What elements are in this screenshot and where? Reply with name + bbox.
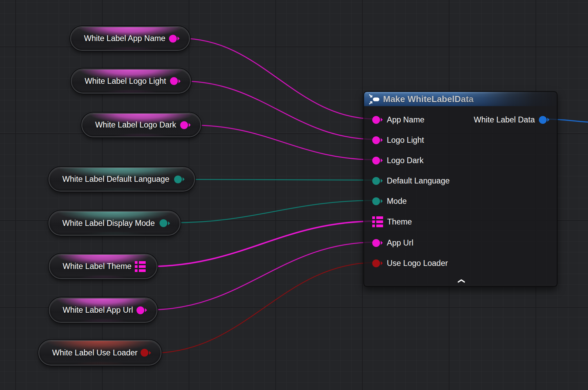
variable-node-label: White Label Logo Light [85, 77, 166, 86]
pin-arrow-shape [547, 118, 549, 122]
map-icon-cell [135, 269, 138, 272]
output-pin-string[interactable] [180, 121, 191, 129]
pin-label: Logo Light [387, 136, 424, 145]
map-icon-cell [135, 261, 138, 264]
pin-label: Mode [387, 197, 407, 206]
output-pin-string[interactable] [169, 35, 180, 42]
input-row-theme: Theme [372, 216, 412, 228]
variable-node-white-label-logo-light[interactable]: White Label Logo Light [71, 69, 191, 94]
input-pin-string[interactable] [372, 239, 383, 247]
output-pin-string[interactable] [136, 306, 147, 314]
collapse-chevron-icon[interactable] [457, 279, 465, 283]
pin-arrow-shape [381, 138, 383, 142]
pin-circle-shape [372, 116, 380, 124]
variable-node-white-label-app-name[interactable]: White Label App Name [70, 26, 190, 51]
pin-circle-shape [141, 349, 148, 357]
pin-label: Logo Dark [387, 156, 423, 165]
pin-circle-shape [372, 136, 380, 144]
map-icon-cell [139, 261, 146, 264]
variable-node-white-label-logo-dark[interactable]: White Label Logo Dark [81, 113, 201, 137]
map-icon-cell [376, 225, 383, 227]
map-icon-cell [139, 265, 146, 268]
make-whitelabeldata-node[interactable]: Make WhiteLabelData App NameLogo LightLo… [363, 91, 558, 287]
pin-arrow-shape [177, 37, 180, 41]
input-pin-enum[interactable] [372, 197, 383, 205]
wire [182, 81, 376, 139]
pin-arrow-shape [381, 241, 383, 245]
wire [171, 200, 376, 223]
map-icon-cell [139, 269, 146, 272]
make-node-title: Make WhiteLabelData [383, 94, 474, 104]
input-row-default-language: Default Language [372, 175, 450, 187]
blueprint-graph-canvas[interactable]: Make WhiteLabelData App NameLogo LightLo… [0, 0, 588, 390]
wire [147, 221, 377, 267]
pin-arrow-shape [145, 308, 147, 312]
variable-node-label: White Label Display Mode [62, 219, 155, 228]
pin-arrow-shape [189, 123, 191, 127]
variable-node-label: White Label App Name [84, 34, 165, 43]
pin-arrow-shape [381, 179, 383, 183]
pin-label: White Label Data [474, 115, 535, 124]
pin-arrow-shape [381, 261, 383, 265]
input-pin-string[interactable] [372, 116, 383, 124]
pin-arrow-shape [149, 351, 151, 355]
make-node-header[interactable]: Make WhiteLabelData [364, 92, 557, 106]
map-pin-icon[interactable] [135, 261, 146, 272]
pin-arrow-shape [178, 79, 181, 83]
input-row-logo-light: Logo Light [372, 134, 424, 146]
output-pin-string[interactable] [170, 77, 181, 85]
pin-label: App Url [387, 238, 413, 248]
input-row-app-name: App Name [372, 114, 424, 125]
variable-node-label: White Label Logo Dark [95, 120, 176, 130]
map-icon-cell [376, 216, 383, 219]
input-pin-string[interactable] [372, 136, 383, 144]
variable-node-white-label-app-url[interactable]: White Label App Url [49, 297, 158, 323]
variable-node-label: White Label Use Loader [52, 348, 138, 357]
pin-label: Use Logo Loader [387, 259, 448, 268]
input-row-app-url: App Url [372, 237, 413, 249]
output-pin-enum[interactable] [160, 219, 170, 227]
pin-arrow-shape [183, 177, 185, 181]
variable-node-white-label-use-loader[interactable]: White Label Use Loader [38, 340, 162, 366]
pin-label: App Name [387, 115, 424, 124]
input-row-logo-dark: Logo Dark [372, 155, 423, 166]
pin-label: Default Language [387, 176, 450, 186]
pin-circle-shape [160, 219, 167, 227]
map-pin-icon[interactable] [372, 216, 383, 227]
pin-arrow-shape [381, 199, 383, 203]
map-icon-cell [372, 225, 375, 227]
pin-circle-shape [170, 77, 178, 85]
pin-circle-shape [174, 175, 182, 183]
variable-node-label: White Label App Url [63, 306, 133, 315]
wire [148, 242, 376, 310]
input-pin-bool[interactable] [372, 259, 383, 267]
pin-circle-shape [180, 121, 188, 129]
wire [152, 262, 376, 353]
pin-arrow-shape [381, 118, 383, 122]
input-pin-string[interactable] [372, 157, 383, 164]
make-struct-icon [368, 93, 381, 105]
variable-node-white-label-display-mode[interactable]: White Label Display Mode [48, 211, 181, 236]
wire [192, 125, 376, 160]
input-row-use-logo-loader: Use Logo Loader [372, 257, 448, 269]
pin-circle-shape [539, 116, 547, 124]
input-pin-enum[interactable] [372, 177, 383, 185]
variable-node-white-label-theme[interactable]: White Label Theme [49, 254, 158, 279]
map-icon-cell [135, 265, 138, 268]
output-pin-enum[interactable] [174, 175, 185, 183]
pin-circle-shape [372, 177, 380, 185]
pin-arrow-shape [381, 158, 383, 162]
input-row-mode: Mode [372, 195, 407, 207]
pin-circle-shape [372, 197, 380, 205]
output-row-white-label-data: White Label Data [474, 114, 549, 125]
variable-node-label: White Label Theme [63, 262, 131, 271]
pin-label: Theme [387, 217, 412, 227]
output-pin-struct[interactable] [539, 116, 549, 124]
pin-circle-shape [169, 35, 177, 42]
pin-arrow-shape [168, 221, 170, 225]
pin-circle-shape [372, 259, 380, 267]
output-pin-bool[interactable] [141, 349, 151, 357]
pin-circle-shape [136, 306, 144, 314]
map-icon-cell [376, 220, 383, 223]
variable-node-white-label-default-language[interactable]: White Label Default Language [48, 167, 195, 192]
